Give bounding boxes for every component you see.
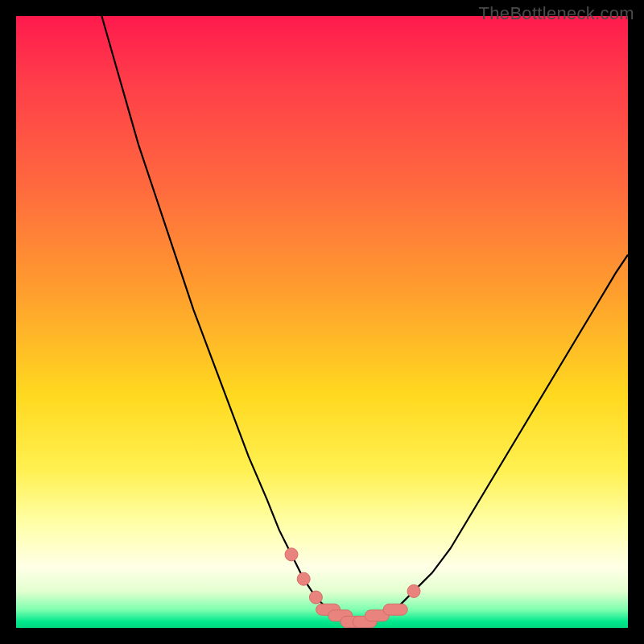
chart-frame: TheBottleneck.com: [0, 0, 644, 644]
curve-marker: [407, 584, 420, 597]
plot-area: [16, 16, 628, 628]
marker-group: [285, 548, 420, 628]
curve-marker: [383, 604, 407, 615]
curve-marker: [297, 572, 310, 585]
curve-marker: [309, 591, 322, 604]
curve-svg: [16, 16, 628, 628]
watermark-text: TheBottleneck.com: [479, 3, 634, 24]
curve-marker: [285, 548, 298, 561]
bottleneck-curve: [101, 16, 628, 621]
